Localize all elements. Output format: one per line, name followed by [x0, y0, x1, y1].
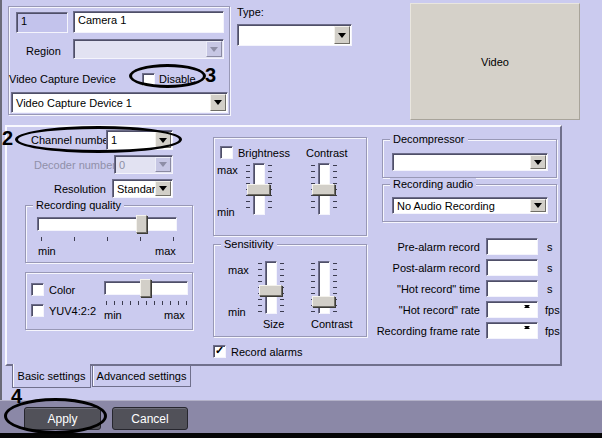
post-alarm-record-label: Post-alarm record	[372, 262, 480, 274]
slider-thumb[interactable]	[312, 296, 335, 307]
min-label: min	[38, 245, 56, 257]
hot-record-time-field[interactable]	[486, 280, 538, 297]
recording-frame-rate-unit: fps	[545, 325, 560, 337]
slider-ticks	[41, 237, 177, 241]
capture-device-label: Video Capture Device	[9, 73, 116, 85]
color-slider[interactable]	[104, 281, 188, 295]
pre-alarm-record-unit: s	[547, 241, 553, 253]
decompressor-title: Decompressor	[390, 133, 468, 145]
camera-identification-group: 1 Camera 1 Region Video Capture Device D…	[8, 6, 230, 115]
contrast-label: Contrast	[306, 147, 348, 159]
hot-record-time-unit: s	[547, 283, 553, 295]
recording-frame-rate-label: Recording frame rate	[372, 325, 480, 337]
slider-thumb[interactable]	[247, 184, 270, 195]
slider-thumb[interactable]	[136, 215, 147, 233]
decoder-number-dropdown[interactable]: 0	[114, 155, 173, 174]
slider-thumb[interactable]	[140, 279, 151, 297]
camera-settings-panel: 1 Camera 1 Region Video Capture Device D…	[0, 0, 602, 438]
dropdown-arrow-icon[interactable]	[334, 26, 350, 44]
decompressor-dropdown[interactable]	[392, 153, 548, 171]
recording-audio-title: Recording audio	[390, 178, 476, 190]
size-label: Size	[263, 318, 284, 330]
tab-basic-settings[interactable]: Basic settings	[12, 364, 91, 388]
annotation-step-3: 3	[205, 65, 216, 85]
brightness-slider[interactable]	[246, 163, 272, 215]
brightness-label: Brightness	[238, 147, 290, 159]
min-label: min	[228, 306, 246, 318]
sensitivity-size-slider[interactable]	[258, 261, 284, 314]
hot-record-rate-unit: fps	[545, 304, 560, 316]
camera-name-field[interactable]: Camera 1	[73, 11, 224, 33]
post-alarm-record-unit: s	[547, 262, 553, 274]
annotation-ellipse-channel	[15, 126, 182, 153]
tab-advanced-settings[interactable]: Advanced settings	[92, 366, 191, 387]
contrast-label: Contrast	[311, 318, 353, 330]
camera-id-field[interactable]: 1	[16, 12, 68, 33]
dropdown-arrow-icon[interactable]	[210, 94, 226, 111]
brightness-checkbox[interactable]	[220, 146, 233, 159]
dropdown-arrow-icon[interactable]	[155, 181, 171, 196]
capture-device-dropdown[interactable]: Video Capture Device 1	[11, 92, 228, 113]
cancel-button[interactable]: Cancel	[112, 407, 188, 430]
pre-alarm-record-field[interactable]	[486, 238, 538, 255]
record-alarms-checkbox[interactable]	[213, 345, 226, 358]
video-preview: Video	[410, 3, 580, 120]
dropdown-arrow-icon[interactable]	[206, 41, 222, 57]
post-alarm-record-field[interactable]	[486, 259, 538, 276]
type-label: Type:	[237, 6, 264, 18]
dropdown-arrow-icon[interactable]	[530, 155, 546, 169]
min-label: min	[104, 309, 122, 321]
max-label: max	[155, 245, 176, 257]
annotation-ellipse-disable	[129, 64, 206, 88]
resolution-dropdown[interactable]: Standard	[112, 179, 173, 198]
min-label: min	[217, 206, 235, 218]
dropdown-arrow-icon[interactable]	[530, 199, 546, 212]
recording-quality-title: Recording quality	[33, 199, 124, 211]
record-alarms-label: Record alarms	[231, 346, 303, 358]
slider-thumb[interactable]	[312, 184, 335, 195]
annotation-step-2: 2	[2, 128, 13, 148]
hot-record-rate-label: "Hot record" rate	[372, 304, 480, 316]
pre-alarm-record-label: Pre-alarm record	[372, 241, 480, 253]
slider-thumb[interactable]	[259, 285, 282, 296]
hot-record-time-label: "Hot record" time	[372, 283, 480, 295]
max-label: max	[228, 264, 249, 276]
region-dropdown[interactable]	[73, 39, 224, 59]
sensitivity-title: Sensitivity	[221, 238, 277, 250]
type-dropdown[interactable]	[237, 24, 352, 46]
recording-quality-slider[interactable]	[37, 217, 177, 231]
annotation-ellipse-apply	[4, 398, 107, 434]
slider-ticks	[106, 301, 187, 305]
decoder-number-label: Decoder number	[34, 159, 116, 171]
region-label: Region	[26, 45, 61, 57]
max-label: max	[217, 164, 238, 176]
recording-frame-rate-spinner[interactable]	[486, 322, 538, 339]
color-label: Color	[49, 284, 75, 296]
video-preview-label: Video	[481, 56, 509, 68]
yuv-label: YUV4:2:2	[49, 305, 96, 317]
contrast-slider[interactable]	[311, 163, 337, 215]
sensitivity-contrast-slider[interactable]	[311, 261, 337, 314]
color-checkbox[interactable]	[31, 283, 44, 296]
dropdown-arrow-icon[interactable]	[155, 157, 171, 172]
recording-audio-dropdown[interactable]: No Audio Recording	[392, 197, 548, 214]
resolution-label: Resolution	[54, 183, 106, 195]
bottom-edge-line	[0, 433, 602, 438]
yuv-checkbox[interactable]	[31, 304, 44, 317]
left-edge-line	[0, 0, 2, 433]
max-label: max	[164, 309, 185, 321]
hot-record-rate-spinner[interactable]	[486, 301, 538, 318]
